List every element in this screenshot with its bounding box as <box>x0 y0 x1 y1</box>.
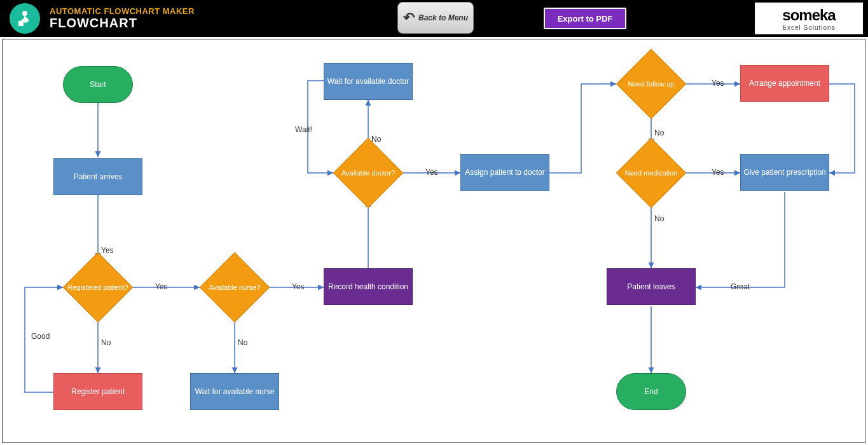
edge-label: Yes <box>712 79 724 88</box>
app-logo-icon <box>10 3 40 34</box>
node-wait-nurse[interactable]: Wait for available nurse <box>190 373 279 410</box>
node-wait-doctor[interactable]: Wait for available doctor <box>324 63 413 100</box>
edge-label: Yes <box>101 246 114 255</box>
edge-label: No <box>101 338 111 347</box>
node-register-patient[interactable]: Register patient <box>53 373 142 410</box>
node-available-nurse[interactable]: Available nurse? <box>200 259 270 316</box>
svg-point-0 <box>22 11 27 16</box>
node-available-doctor[interactable]: Available doctor? <box>333 144 403 202</box>
edge-label: Yes <box>155 282 168 291</box>
edge-label: No <box>371 135 381 144</box>
node-give-prescription[interactable]: Give patient prescription <box>740 154 829 191</box>
node-start[interactable]: Start <box>63 66 133 103</box>
flowchart-canvas: Start Patient arrives Registered patient… <box>2 39 865 443</box>
back-button-label: Back to Menu <box>418 13 468 22</box>
node-patient-leaves[interactable]: Patient leaves <box>607 268 696 305</box>
brand-logo: someka Excel Solutions <box>755 3 863 34</box>
edge-label: Yes <box>712 168 724 177</box>
node-registered-patient[interactable]: Registered patient? <box>63 259 133 316</box>
node-assign-patient[interactable]: Assign patient to doctor <box>460 154 549 191</box>
node-end[interactable]: End <box>616 373 686 410</box>
node-patient-arrives[interactable]: Patient arrives <box>53 158 142 195</box>
back-to-menu-button[interactable]: ↶ Back to Menu <box>397 2 474 34</box>
node-need-medication[interactable]: Need medication <box>616 144 686 202</box>
node-record-health[interactable]: Record health condition <box>324 268 413 305</box>
header-title: FLOWCHART <box>50 16 195 31</box>
export-button-label: Export to PDF <box>558 14 613 24</box>
svg-rect-1 <box>18 21 24 26</box>
export-pdf-button[interactable]: Export to PDF <box>544 8 626 29</box>
brand-name: someka <box>782 6 835 24</box>
header-subtitle: AUTOMATIC FLOWCHART MAKER <box>50 6 195 16</box>
node-arrange-appointment[interactable]: Arrange appointment <box>740 65 829 102</box>
edge-label: No <box>654 214 664 223</box>
node-need-followup[interactable]: Need follow up <box>616 55 686 113</box>
header-titles: AUTOMATIC FLOWCHART MAKER FLOWCHART <box>50 6 195 31</box>
edge-label: Good <box>31 332 50 341</box>
app-header: AUTOMATIC FLOWCHART MAKER FLOWCHART ↶ Ba… <box>0 0 868 37</box>
back-arrow-icon: ↶ <box>403 10 415 26</box>
edge-label: Wait! <box>295 125 312 134</box>
brand-tagline: Excel Solutions <box>782 24 835 31</box>
edge-label: No <box>654 128 664 137</box>
edge-label: Yes <box>292 282 305 291</box>
edge-label: Great <box>731 282 750 291</box>
edge-label: No <box>238 338 247 347</box>
edge-label: Yes <box>425 168 438 177</box>
